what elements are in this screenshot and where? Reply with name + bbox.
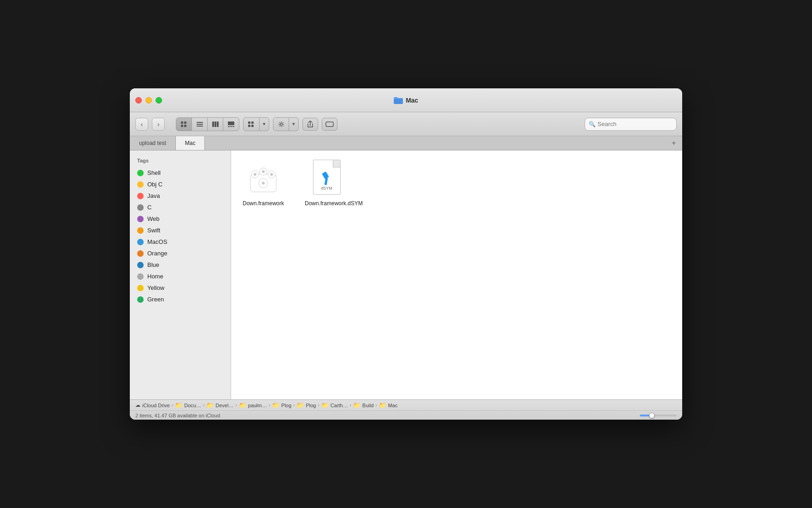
tag-btn[interactable]: [322, 118, 337, 131]
bc-chevron-3: ›: [269, 403, 270, 408]
view-gallery-btn[interactable]: [223, 118, 239, 131]
window-title: Mac: [406, 97, 418, 104]
svg-rect-12: [230, 126, 232, 127]
tag-green[interactable]: Green: [130, 294, 231, 305]
green-dot: [137, 296, 144, 303]
toolbar: ‹ ›: [130, 112, 682, 136]
tag-macos[interactable]: MacOS: [130, 236, 231, 248]
tag-yellow[interactable]: Yellow: [130, 282, 231, 294]
grid-view-icon: [180, 121, 188, 127]
status-text: 2 items, 41.47 GB available on iCloud: [135, 413, 220, 418]
status-bar: 2 items, 41.47 GB available on iCloud: [130, 411, 682, 420]
settings-btn[interactable]: [273, 118, 289, 131]
forward-button[interactable]: ›: [152, 118, 165, 131]
cloud-icon: ☁: [135, 402, 140, 408]
tag-objc[interactable]: Obj C: [130, 179, 231, 190]
svg-rect-14: [248, 121, 250, 124]
share-icon: [307, 121, 313, 128]
tag-orange[interactable]: Orange: [130, 248, 231, 259]
folder-small-icon-2: 📁: [239, 402, 246, 409]
maximize-button[interactable]: [156, 97, 162, 104]
file-item-framework[interactable]: Down.framework: [240, 160, 286, 208]
list-view-icon: [196, 121, 203, 127]
breadcrumb-carth[interactable]: 📁 Carth…: [321, 402, 348, 409]
swift-dot: [137, 227, 144, 234]
breadcrumb-icloud[interactable]: ☁ iCloud Drive: [135, 402, 170, 408]
group-view-btn[interactable]: [244, 118, 259, 131]
search-input[interactable]: [597, 121, 671, 127]
breadcrumb-plog2[interactable]: 📁 Plog: [296, 402, 316, 409]
svg-rect-2: [181, 125, 183, 127]
folder-small-icon-4: 📁: [296, 402, 304, 409]
close-button[interactable]: [135, 97, 142, 104]
breadcrumb-paulm[interactable]: 📁 paulm…: [239, 402, 267, 409]
blue-dot: [137, 262, 144, 268]
zoom-slider[interactable]: [640, 415, 677, 416]
breadcrumb-docu[interactable]: 📁 Docu…: [175, 402, 201, 409]
svg-rect-7: [212, 121, 214, 127]
back-button[interactable]: ‹: [135, 118, 148, 131]
breadcrumb-devel[interactable]: 📁 Devel…: [206, 402, 233, 409]
svg-point-27: [270, 173, 273, 176]
bc-chevron-0: ›: [172, 403, 173, 408]
traffic-lights: [135, 97, 162, 104]
breadcrumb-build[interactable]: 📁 Build: [353, 402, 373, 409]
folder-small-icon-1: 📁: [206, 402, 214, 409]
tag-c[interactable]: C: [130, 202, 231, 213]
svg-rect-29: [322, 171, 329, 179]
column-view-icon: [212, 121, 219, 127]
tag-shell[interactable]: Shell: [130, 167, 231, 179]
objc-dot: [137, 181, 144, 188]
folder-small-icon-3: 📁: [272, 402, 279, 409]
tag-web[interactable]: Web: [130, 213, 231, 225]
tab-mac[interactable]: Mac: [176, 136, 205, 150]
tag-swift[interactable]: Swift: [130, 225, 231, 236]
slider-thumb[interactable]: [649, 413, 655, 418]
tabs-bar: upload test Mac +: [130, 136, 682, 150]
breadcrumb-mac[interactable]: 📁 Mac: [379, 402, 398, 409]
svg-rect-17: [251, 125, 254, 127]
svg-rect-0: [181, 121, 183, 124]
slider-track: [640, 415, 677, 416]
file-item-dsym[interactable]: dSYM Down.framework.dSYM: [305, 160, 351, 208]
dsym-label: dSYM: [321, 186, 332, 190]
tag-blue[interactable]: Blue: [130, 259, 231, 271]
tag-home[interactable]: Home: [130, 271, 231, 282]
svg-rect-10: [228, 121, 234, 125]
svg-rect-9: [217, 121, 219, 127]
java-dot: [137, 193, 144, 199]
tag-java[interactable]: Java: [130, 190, 231, 202]
minimize-button[interactable]: [145, 97, 152, 104]
titlebar-center: Mac: [394, 97, 418, 104]
svg-rect-11: [228, 126, 230, 127]
macos-dot: [137, 239, 144, 245]
svg-rect-5: [197, 124, 203, 125]
group-view-group: ▾: [243, 117, 269, 131]
dsym-file-icon: dSYM: [313, 160, 343, 196]
folder-small-icon-7: 📁: [379, 402, 386, 409]
view-button-group: [176, 117, 239, 131]
group-chevron-btn[interactable]: ▾: [260, 118, 269, 131]
main-content: Tags Shell Obj C Java C Web: [130, 150, 682, 399]
svg-point-18: [280, 123, 282, 125]
share-btn[interactable]: [302, 118, 318, 131]
c-dot: [137, 204, 144, 211]
breadcrumb-plog1[interactable]: 📁 Plog: [272, 402, 291, 409]
file-grid: Down.framework: [240, 160, 673, 390]
view-list-btn[interactable]: [192, 118, 208, 131]
view-column-btn[interactable]: [208, 118, 223, 131]
tab-add-button[interactable]: +: [669, 139, 679, 148]
shell-dot: [137, 170, 144, 176]
svg-rect-4: [197, 122, 203, 123]
search-bar[interactable]: 🔍: [585, 118, 677, 131]
folder-icon: [394, 97, 403, 104]
view-icon-btn[interactable]: [176, 118, 192, 131]
tab-upload-test[interactable]: upload test: [130, 136, 176, 150]
bc-chevron-2: ›: [235, 403, 237, 408]
search-icon: 🔍: [589, 121, 596, 127]
framework-filename: Down.framework: [243, 200, 284, 208]
home-dot: [137, 273, 144, 280]
folder-small-icon-0: 📁: [175, 402, 182, 409]
settings-chevron-btn[interactable]: ▾: [289, 118, 298, 131]
bc-chevron-4: ›: [293, 403, 295, 408]
